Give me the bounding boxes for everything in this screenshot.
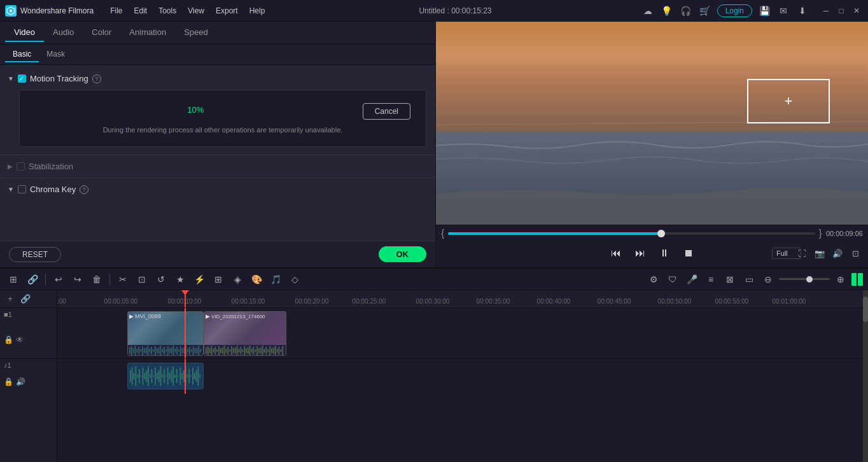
tab-video[interactable]: Video — [5, 24, 44, 42]
svg-point-1 — [10, 10, 12, 12]
cut-icon[interactable]: ✂ — [115, 271, 131, 288]
keyframe-icon[interactable]: ◇ — [286, 271, 303, 288]
cancel-button[interactable]: Cancel — [363, 103, 410, 120]
timeline-ruler[interactable]: :00:00 00:00:05:00 00:00:10:00 00:00:15:… — [57, 290, 868, 308]
zoom-in-icon[interactable]: ⊕ — [832, 271, 849, 288]
svg-rect-120 — [187, 374, 188, 377]
add-track-icon[interactable]: ⊞ — [5, 271, 22, 288]
chevron-down-icon-2: ▼ — [8, 186, 14, 193]
clip-mvi0069[interactable]: ▶ MVI_0069 — [127, 311, 204, 356]
tab-color[interactable]: Color — [83, 24, 120, 42]
tab-animation[interactable]: Animation — [120, 24, 175, 42]
cloud-icon[interactable]: ☁ — [641, 4, 655, 18]
menu-view[interactable]: View — [183, 4, 209, 17]
menu-tools[interactable]: Tools — [153, 4, 181, 17]
svg-rect-106 — [162, 374, 163, 377]
audio-volume-icon[interactable]: 🔊 — [16, 377, 25, 386]
motion-tracking-checkbox[interactable]: ✓ — [18, 74, 26, 83]
audio-meter-bar-2 — [858, 273, 863, 286]
svg-rect-109 — [167, 367, 169, 384]
svg-rect-40 — [193, 346, 194, 355]
rotate-icon[interactable]: ↺ — [153, 271, 169, 288]
step-back-button[interactable]: ⏮ — [607, 244, 625, 262]
close-button[interactable]: ✕ — [850, 4, 863, 17]
stabilization-checkbox[interactable] — [17, 162, 25, 171]
detach-icon[interactable]: ⊠ — [722, 271, 738, 288]
motion-tracking-help-icon[interactable]: ? — [92, 74, 101, 83]
video-track-label: ■1 🔒 👁 — [0, 308, 57, 359]
stop-button[interactable]: ⏹ — [680, 244, 697, 262]
maximize-button[interactable]: □ — [835, 4, 848, 17]
zoom-handle[interactable] — [806, 276, 813, 283]
lock-icon[interactable]: 🔒 — [4, 335, 13, 344]
audio-meter-bar-1 — [851, 273, 857, 286]
save-icon[interactable]: 💾 — [757, 4, 771, 18]
menu-export[interactable]: Export — [211, 4, 243, 17]
ok-button[interactable]: OK — [379, 246, 427, 262]
motion-tracking-header[interactable]: ▼ ✓ Motion Tracking ? — [0, 70, 435, 87]
effects-icon[interactable]: ★ — [172, 271, 188, 288]
cart-icon[interactable]: 🛒 — [698, 4, 712, 18]
sub-tab-mask[interactable]: Mask — [39, 47, 73, 62]
chroma-key-header[interactable]: ▼ Chroma Key ? — [0, 181, 435, 198]
login-button[interactable]: Login — [717, 4, 752, 17]
fullscreen-icon[interactable]: ⛶ — [794, 246, 809, 261]
chroma-key-help-icon[interactable]: ? — [80, 185, 88, 194]
svg-rect-77 — [264, 349, 265, 353]
color-icon[interactable]: 🎨 — [248, 271, 265, 288]
tracking-overlay-box[interactable]: + — [747, 79, 830, 123]
zoom-slider[interactable] — [779, 278, 830, 280]
right-bracket-icon[interactable]: } — [819, 228, 822, 239]
tab-audio[interactable]: Audio — [44, 24, 83, 42]
menu-edit[interactable]: Edit — [129, 4, 153, 17]
audio-clip-1[interactable] — [127, 363, 204, 389]
eye-icon[interactable]: 👁 — [16, 335, 24, 344]
stabilization-row[interactable]: ▶ Stabilization — [0, 158, 435, 175]
crop-icon[interactable]: ⊡ — [134, 271, 150, 288]
prev-frame-button[interactable]: ⏭ — [631, 244, 649, 262]
delete-icon[interactable]: 🗑 — [88, 271, 105, 288]
timeline-scrollbar[interactable] — [863, 290, 868, 462]
headphone-icon[interactable]: 🎧 — [679, 4, 693, 18]
svg-rect-115 — [178, 375, 179, 377]
svg-rect-98 — [148, 367, 149, 386]
reset-button[interactable]: RESET — [9, 247, 61, 262]
audio-icon[interactable]: 🎵 — [267, 271, 284, 288]
undo-icon[interactable]: ↩ — [50, 271, 67, 288]
clip-vid20201213[interactable]: ▶ VID_20201213_174600 — [204, 311, 286, 356]
left-bracket-icon[interactable]: { — [441, 228, 444, 239]
shield-icon[interactable]: 🛡 — [664, 271, 681, 288]
mail-icon[interactable]: ✉ — [776, 4, 790, 18]
scrollbar-thumb[interactable] — [863, 297, 868, 322]
speaker-icon[interactable]: 🔊 — [830, 246, 845, 261]
track-link-icon[interactable]: 🔗 — [19, 293, 32, 305]
zoom-out-icon[interactable]: ⊖ — [760, 271, 776, 288]
mixer-icon[interactable]: ≡ — [703, 271, 719, 288]
menu-help[interactable]: Help — [244, 4, 270, 17]
mic-icon[interactable]: 🎤 — [683, 271, 700, 288]
minimize-button[interactable]: ─ — [820, 4, 832, 17]
sub-tab-basic[interactable]: Basic — [5, 47, 39, 62]
redo-icon[interactable]: ↪ — [69, 271, 86, 288]
settings-icon[interactable]: ⚙ — [645, 271, 662, 288]
subtitle-icon[interactable]: ▭ — [741, 271, 757, 288]
chroma-key-checkbox[interactable] — [18, 185, 26, 193]
clip-waveform-2 — [204, 345, 286, 356]
speed-icon[interactable]: ⚡ — [191, 271, 207, 288]
pip-icon[interactable]: ⊡ — [848, 246, 863, 261]
video-track-playhead — [185, 308, 186, 358]
seek-bar-track[interactable] — [448, 232, 815, 235]
bulb-icon[interactable]: 💡 — [660, 4, 674, 18]
link-icon[interactable]: 🔗 — [24, 271, 41, 288]
transform-icon[interactable]: ⊞ — [210, 271, 227, 288]
screenshot-icon[interactable]: 📷 — [812, 246, 827, 261]
track-add-icon[interactable]: + — [4, 293, 17, 305]
menu-file[interactable]: File — [105, 4, 127, 17]
mask-icon[interactable]: ◈ — [229, 271, 246, 288]
pause-button[interactable]: ⏸ — [655, 244, 673, 262]
plus-icon: + — [785, 93, 793, 109]
tab-speed[interactable]: Speed — [175, 24, 217, 42]
seek-handle[interactable] — [657, 230, 665, 237]
audio-lock-icon[interactable]: 🔒 — [4, 377, 13, 386]
download-icon[interactable]: ⬇ — [795, 4, 809, 18]
